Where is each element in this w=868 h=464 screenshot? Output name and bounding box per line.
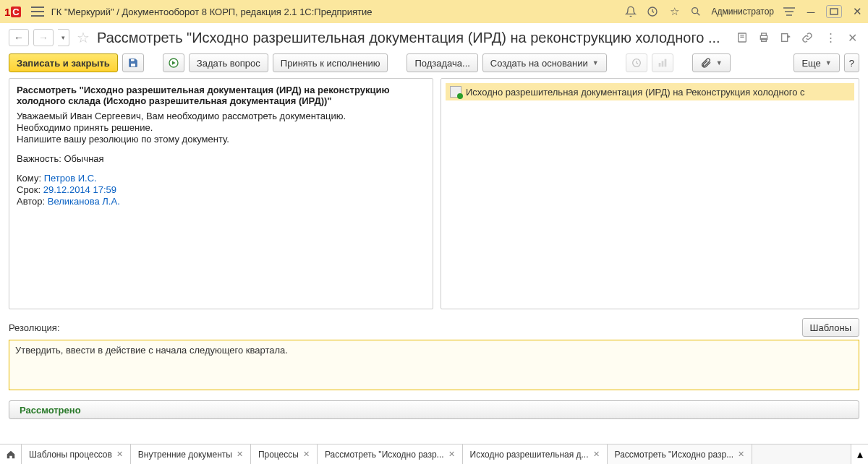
svg-rect-18 (661, 61, 663, 66)
subtask-button[interactable]: Подзадача... (407, 53, 477, 72)
to-row: Кому: Петров И.С. (17, 173, 425, 184)
task-title: Рассмотреть "Исходно разрешительная доку… (17, 85, 425, 106)
body: Рассмотреть "Исходно разрешительная доку… (0, 78, 868, 309)
save-button[interactable] (122, 53, 144, 72)
svg-rect-19 (664, 59, 666, 67)
task-line: Напишите вашу резолюцию по этому докумен… (17, 134, 425, 145)
save-header-icon[interactable] (736, 32, 751, 43)
accept-button[interactable]: Принять к исполнению (273, 53, 388, 72)
tab-close-icon[interactable]: ✕ (303, 450, 310, 459)
chevron-down-icon: ▼ (716, 59, 723, 66)
tab-internal-docs[interactable]: Внутренние документы✕ (131, 444, 251, 464)
svg-point-1 (692, 8, 698, 14)
save-close-button[interactable]: Записать и закрыть (9, 53, 118, 72)
importance-label: Важность: (17, 153, 61, 164)
favorite-toggle[interactable]: ☆ (77, 29, 90, 46)
author-row: Автор: Великанова Л.А. (17, 196, 425, 207)
to-link[interactable]: Петров И.С. (44, 173, 97, 184)
nav-dropdown[interactable]: ▾ (58, 29, 69, 46)
resolution-label: Резолюция: (9, 322, 60, 333)
maximize-icon[interactable] (826, 5, 842, 18)
task-description-panel: Рассмотреть "Исходно разрешительная доку… (9, 78, 433, 309)
due-row: Срок: 29.12.2014 17:59 (17, 184, 425, 195)
nav-forward-button[interactable]: → (33, 29, 54, 46)
tabs-scroll-button[interactable]: ▴ (851, 444, 868, 464)
tab-processes[interactable]: Процессы✕ (251, 444, 318, 464)
star-icon[interactable]: ☆ (668, 5, 681, 18)
due-link[interactable]: 29.12.2014 17:59 (43, 184, 116, 195)
ask-question-button[interactable]: Задать вопрос (189, 53, 268, 72)
tab-close-icon[interactable]: ✕ (593, 450, 600, 459)
document-icon (450, 86, 461, 98)
window-title: ГК "Меркурий" / Документооборот 8 КОРП, … (51, 7, 625, 17)
tab-label: Процессы (258, 450, 299, 460)
page-header: ← → ▾ ☆ Рассмотреть "Исходно разрешитель… (0, 23, 868, 51)
importance-row: Важность: Обычная (17, 153, 425, 164)
svg-rect-12 (782, 34, 788, 42)
create-based-label: Создать на основании (490, 58, 588, 69)
tab-close-icon[interactable]: ✕ (116, 450, 123, 459)
svg-rect-5 (830, 9, 838, 14)
due-label: Срок: (17, 184, 41, 195)
tab-label: Рассмотреть "Исходно разр... (615, 450, 734, 460)
tab-label: Рассмотреть "Исходно разр... (325, 450, 444, 460)
tab-ird[interactable]: Исходно разрешительная д...✕ (463, 444, 608, 464)
author-link[interactable]: Великанова Л.А. (48, 196, 120, 207)
app-titlebar: 1С ГК "Меркурий" / Документооборот 8 КОР… (0, 0, 868, 23)
svg-rect-10 (762, 33, 767, 35)
task-line: Необходимо принять решение. (17, 122, 425, 133)
tab-label: Шаблоны процессов (29, 450, 112, 460)
to-label: Кому: (17, 173, 41, 184)
print-icon[interactable] (758, 32, 773, 43)
templates-button[interactable]: Шаблоны (802, 318, 860, 337)
tab-label: Исходно разрешительная д... (470, 450, 589, 460)
menu-icon[interactable] (31, 7, 44, 17)
user-name[interactable]: Администратор (711, 7, 774, 17)
chart-icon-button[interactable] (652, 53, 673, 72)
settings-lines-icon[interactable] (783, 5, 796, 18)
tab-label: Внутренние документы (138, 450, 232, 460)
more-label: Еще (801, 58, 820, 69)
attachment-name: Исходно разрешительная документация (ИРД… (466, 87, 805, 98)
importance-value: Обычная (64, 153, 103, 164)
tab-review-2[interactable]: Рассмотреть "Исходно разр...✕ (608, 444, 753, 464)
close-page-icon[interactable]: ✕ (845, 31, 859, 45)
toolbar: Записать и закрыть Задать вопрос Принять… (0, 51, 868, 78)
attachments-panel: Исходно разрешительная документация (ИРД… (441, 78, 859, 309)
tab-close-icon[interactable]: ✕ (237, 450, 243, 459)
direct-button[interactable] (163, 53, 184, 72)
logo-1c: 1С (4, 6, 21, 18)
tab-review-1[interactable]: Рассмотреть "Исходно разр...✕ (318, 444, 463, 464)
more-header-icon[interactable]: ⋮ (823, 31, 838, 44)
attachment-row[interactable]: Исходно разрешительная документация (ИРД… (446, 83, 854, 100)
tab-close-icon[interactable]: ✕ (448, 450, 455, 459)
task-line: Уважаемый Иван Сергеевич, Вам необходимо… (17, 111, 425, 121)
attach-button[interactable]: ▼ (692, 53, 731, 72)
close-icon[interactable]: ✕ (851, 5, 864, 18)
reviewed-button[interactable]: Рассмотрено (9, 400, 859, 419)
page-title: Рассмотреть "Исходно разрешительная доку… (97, 30, 732, 46)
nav-back-button[interactable]: ← (9, 29, 29, 46)
chevron-down-icon: ▼ (592, 59, 599, 66)
more-button[interactable]: Еще▼ (793, 53, 839, 72)
bell-icon[interactable] (624, 5, 637, 18)
time-icon-button[interactable] (626, 53, 647, 72)
author-label: Автор: (17, 196, 45, 207)
svg-rect-14 (131, 64, 136, 67)
help-button[interactable]: ? (844, 53, 859, 72)
chevron-down-icon: ▼ (825, 59, 832, 66)
search-icon[interactable] (689, 5, 702, 18)
resolution-header: Резолюция: Шаблоны (0, 309, 868, 340)
create-based-button[interactable]: Создать на основании▼ (482, 53, 607, 72)
history-icon[interactable] (646, 5, 659, 18)
svg-rect-17 (658, 63, 660, 66)
home-tab[interactable] (0, 444, 22, 464)
resolution-input[interactable] (9, 340, 859, 390)
export-icon[interactable] (780, 32, 794, 43)
minimize-icon[interactable]: ─ (804, 5, 817, 18)
svg-rect-13 (131, 59, 135, 61)
link-icon[interactable] (801, 32, 816, 43)
tab-templates[interactable]: Шаблоны процессов✕ (22, 444, 131, 464)
bottom-tabs: Шаблоны процессов✕ Внутренние документы✕… (0, 444, 868, 464)
tab-close-icon[interactable]: ✕ (738, 450, 744, 459)
